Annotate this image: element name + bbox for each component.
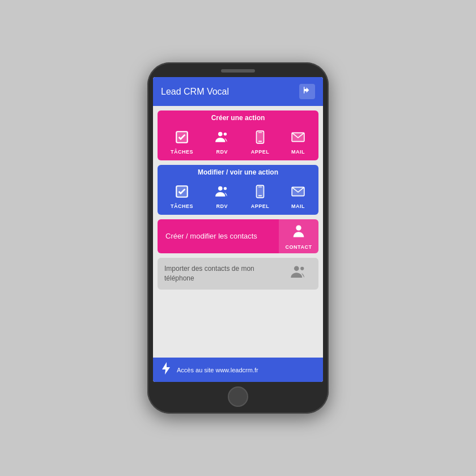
contact-button-label: CONTACT <box>286 244 312 250</box>
exit-icon[interactable] <box>299 84 315 99</box>
check-square-icon <box>175 130 189 147</box>
section-import[interactable]: Importer des contacts de mon téléphone <box>158 258 318 290</box>
envelope-icon <box>291 130 305 147</box>
mobile-icon-2 <box>253 184 267 201</box>
svg-rect-13 <box>258 186 262 187</box>
bolt-icon <box>161 362 171 377</box>
creer-rdv[interactable]: RDV <box>215 130 230 155</box>
contact-text: Créer / modifier les contacts <box>158 225 279 248</box>
app-content: Créer une action TÂCHES <box>153 106 323 358</box>
contact-button[interactable]: CONTACT <box>279 219 318 253</box>
section-creer: Créer une action TÂCHES <box>158 110 318 160</box>
modifier-mail[interactable]: MAIL <box>291 184 305 209</box>
creer-title: Créer une action <box>158 110 318 125</box>
import-text: Importer des contacts de mon téléphone <box>158 258 279 289</box>
svg-point-10 <box>224 187 227 190</box>
import-users-icon <box>290 264 307 284</box>
app-header: Lead CRM Vocal <box>153 77 323 106</box>
modifier-title: Modifier / voir une action <box>158 165 318 180</box>
import-icon-box <box>279 258 318 290</box>
svg-point-17 <box>300 266 304 270</box>
phone-speaker <box>221 69 255 73</box>
creer-rdv-label: RDV <box>216 149 228 155</box>
app-footer: Accès au site www.leadcrm.fr <box>153 358 323 382</box>
svg-rect-12 <box>258 196 262 197</box>
svg-rect-0 <box>304 87 304 94</box>
mobile-icon <box>253 130 267 147</box>
svg-rect-6 <box>258 132 262 133</box>
creer-mail-label: MAIL <box>291 149 305 155</box>
creer-appel[interactable]: APPEL <box>251 130 270 155</box>
modifier-items: TÂCHES RDV <box>158 180 318 215</box>
app-title: Lead CRM Vocal <box>161 87 229 97</box>
section-modifier: Modifier / voir une action TÂCHES <box>158 165 318 215</box>
modifier-taches-label: TÂCHES <box>171 203 193 209</box>
contact-person-icon <box>291 223 307 243</box>
creer-taches[interactable]: TÂCHES <box>171 130 193 155</box>
home-button[interactable] <box>228 386 248 407</box>
svg-marker-18 <box>162 362 170 375</box>
svg-point-2 <box>218 132 223 137</box>
modifier-rdv-label: RDV <box>216 203 228 209</box>
phone-device: Lead CRM Vocal Créer une action <box>147 62 329 414</box>
creer-items: TÂCHES RDV <box>158 125 318 160</box>
envelope-icon-2 <box>291 184 305 201</box>
svg-rect-5 <box>258 141 262 142</box>
modifier-mail-label: MAIL <box>291 203 305 209</box>
creer-taches-label: TÂCHES <box>171 149 193 155</box>
modifier-appel[interactable]: APPEL <box>251 184 270 209</box>
creer-mail[interactable]: MAIL <box>291 130 305 155</box>
modifier-taches[interactable]: TÂCHES <box>171 184 193 209</box>
section-contact: Créer / modifier les contacts CONTACT <box>158 219 318 253</box>
svg-point-15 <box>296 225 301 230</box>
modifier-appel-label: APPEL <box>251 203 270 209</box>
users-icon <box>215 130 230 147</box>
svg-point-3 <box>224 133 227 135</box>
phone-screen: Lead CRM Vocal Créer une action <box>153 77 323 382</box>
check-square-icon-2 <box>175 184 189 201</box>
svg-point-16 <box>294 266 299 271</box>
users-icon-2 <box>215 184 230 201</box>
creer-appel-label: APPEL <box>251 149 270 155</box>
svg-point-9 <box>218 186 223 191</box>
footer-text: Accès au site www.leadcrm.fr <box>177 367 258 373</box>
modifier-rdv[interactable]: RDV <box>215 184 230 209</box>
